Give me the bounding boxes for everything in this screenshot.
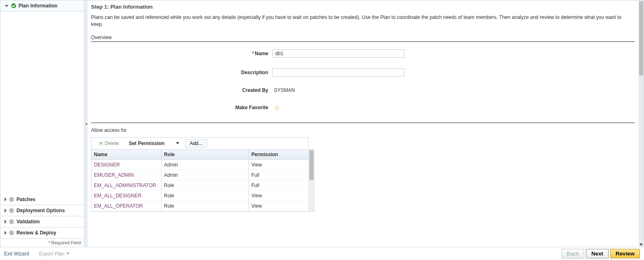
- chevron-down-icon: [5, 5, 9, 7]
- page-title: Step 1: Plan Information: [91, 2, 635, 12]
- sidebar-step-label: Deployment Options: [16, 208, 65, 213]
- form-row-favorite: Make Favorite ☆: [91, 104, 635, 112]
- access-toolbar: ✕ Delete Set Permission Add...: [91, 137, 309, 149]
- name-label: Name: [255, 51, 268, 56]
- col-name[interactable]: Name: [91, 150, 162, 159]
- sidebar-splitter[interactable]: ◂: [84, 0, 88, 247]
- cell-permission: View: [249, 160, 309, 170]
- exit-wizard-link[interactable]: Exit Wizard: [4, 251, 29, 257]
- export-plan-dropdown[interactable]: Export Plan: [39, 251, 70, 257]
- star-icon[interactable]: ☆: [272, 104, 280, 112]
- sidebar-step-label: Review & Deploy: [16, 230, 56, 236]
- sidebar-step-review-deploy[interactable]: Review & Deploy: [0, 227, 84, 239]
- sidebar-step-label: Plan Information: [19, 3, 58, 9]
- next-button[interactable]: Next: [586, 249, 609, 258]
- review-button[interactable]: Review: [610, 249, 640, 258]
- back-button: Back: [562, 249, 585, 258]
- cell-permission: View: [249, 191, 309, 201]
- status-pending-icon: [9, 208, 14, 213]
- dropdown-caret-icon: [66, 253, 70, 255]
- sidebar-step-validation[interactable]: Validation: [0, 216, 84, 227]
- section-divider: [91, 122, 635, 123]
- add-button[interactable]: Add...: [185, 139, 207, 148]
- table-row[interactable]: EM_ALL_OPERATOR Role View: [91, 201, 309, 211]
- delete-x-icon: ✕: [99, 141, 103, 146]
- cell-role: Admin: [162, 160, 249, 170]
- cell-name: EM_ALL_OPERATOR: [91, 201, 162, 211]
- cell-permission: Full: [249, 170, 309, 180]
- sidebar-step-patches[interactable]: Patches: [0, 194, 84, 205]
- chevron-right-icon: [5, 208, 7, 213]
- form-row-description: Description: [91, 68, 635, 77]
- status-pending-icon: [9, 230, 14, 235]
- page-intro: Plans can be saved and referenced while …: [91, 12, 635, 35]
- grid-header: Name Role Permission: [91, 150, 309, 160]
- form-row-name: *Name: [91, 49, 635, 58]
- wizard-main: Step 1: Plan Information Plans can be sa…: [88, 0, 644, 247]
- scroll-down-icon[interactable]: [639, 244, 643, 246]
- created-by-value: SYSMAN: [272, 87, 295, 93]
- cell-permission: Full: [249, 180, 309, 190]
- access-grid: Name Role Permission DESIGNER Admin View…: [91, 149, 314, 212]
- overview-section-header: Overview: [91, 35, 635, 42]
- cell-name: EMUSER_ADMIN: [91, 170, 162, 180]
- cell-permission: View: [249, 201, 309, 211]
- cell-role: Role: [162, 201, 249, 211]
- chevron-right-icon: [5, 220, 7, 224]
- form-row-created-by: Created By SYSMAN: [91, 87, 635, 93]
- set-permission-dropdown[interactable]: Set Permission: [126, 140, 182, 147]
- favorite-label: Make Favorite: [91, 105, 272, 110]
- table-row[interactable]: EM_ALL_DESIGNER Role View: [91, 191, 309, 201]
- set-permission-label: Set Permission: [129, 141, 165, 146]
- table-row[interactable]: EM_ALL_ADMINISTRATOR Role Full: [91, 180, 309, 191]
- wizard-layout: Plan Information Patches Deployment Opti…: [0, 0, 644, 247]
- sidebar-step-deployment-options[interactable]: Deployment Options: [0, 205, 84, 216]
- dropdown-caret-icon: [176, 142, 179, 144]
- sidebar-step-label: Validation: [16, 219, 40, 225]
- scroll-thumb[interactable]: [639, 1, 643, 75]
- status-ok-icon: [11, 3, 16, 8]
- cell-role: Admin: [162, 170, 249, 180]
- cell-role: Role: [162, 180, 249, 190]
- required-field-note: * Required Field: [0, 239, 84, 247]
- table-row[interactable]: DESIGNER Admin View: [91, 160, 309, 170]
- export-plan-label: Export Plan: [39, 251, 65, 257]
- description-label: Description: [91, 70, 272, 75]
- name-input[interactable]: [272, 49, 404, 58]
- created-by-label: Created By: [91, 87, 272, 93]
- col-role[interactable]: Role: [162, 150, 249, 159]
- collapse-left-icon[interactable]: ◂: [85, 115, 87, 132]
- col-permission[interactable]: Permission: [249, 150, 309, 159]
- delete-button[interactable]: ✕ Delete: [95, 140, 123, 147]
- status-pending-icon: [9, 219, 14, 224]
- scroll-thumb[interactable]: [309, 150, 314, 180]
- cell-name: DESIGNER: [91, 160, 162, 170]
- table-row[interactable]: EMUSER_ADMIN Admin Full: [91, 170, 309, 180]
- cell-name: EM_ALL_DESIGNER: [91, 191, 162, 201]
- access-section-header: Allow access for: [91, 127, 635, 133]
- content-scrollbar[interactable]: [639, 0, 644, 247]
- chevron-right-icon: [5, 197, 7, 201]
- delete-label: Delete: [105, 141, 119, 146]
- chevron-right-icon: [5, 231, 7, 235]
- sidebar-step-label: Patches: [16, 197, 35, 202]
- sidebar-step-plan-information[interactable]: Plan Information: [0, 0, 84, 12]
- grid-scrollbar[interactable]: [309, 150, 314, 211]
- wizard-footer: Exit Wizard Export Plan Back Next Review: [0, 247, 644, 260]
- description-input[interactable]: [272, 68, 404, 77]
- cell-name: EM_ALL_ADMINISTRATOR: [91, 180, 162, 190]
- status-pending-icon: [9, 197, 14, 202]
- cell-role: Role: [162, 191, 249, 201]
- wizard-sidebar: Plan Information Patches Deployment Opti…: [0, 0, 84, 247]
- required-star-icon: *: [252, 51, 254, 56]
